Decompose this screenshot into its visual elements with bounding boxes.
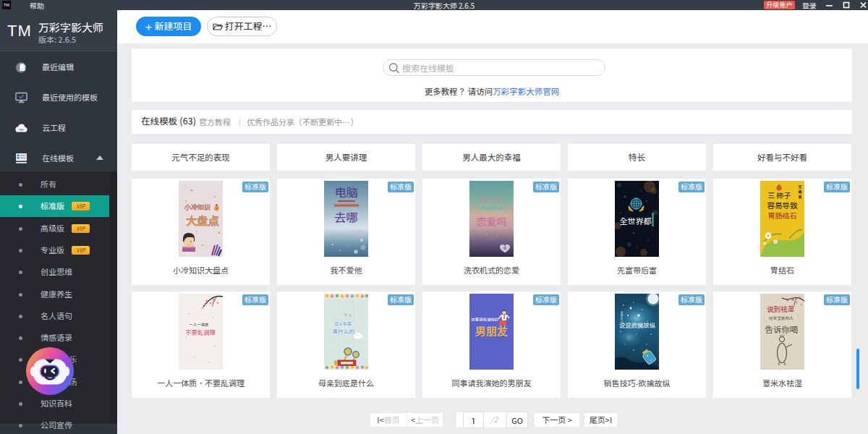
svg-text:大盘点: 大盘点 — [186, 214, 218, 227]
svg-text:容易导致: 容易导致 — [767, 201, 798, 210]
svg-text:去哪: 去哪 — [334, 210, 358, 224]
svg-text:同事请我演她的: 同事请我演她的 — [471, 317, 498, 322]
svg-text:胃肠结石: 胃肠结石 — [768, 211, 797, 220]
svg-text:洗衣机式的: 洗衣机式的 — [480, 205, 502, 210]
svg-text:番: 番 — [798, 195, 802, 200]
svg-text:说到祛湿: 说到祛湿 — [767, 305, 794, 313]
svg-text:不要乱调理: 不要乱调理 — [185, 329, 216, 336]
svg-text:销售技巧: 销售技巧 — [620, 311, 624, 323]
svg-text:经常艾灸的人: 经常艾灸的人 — [769, 316, 793, 320]
svg-text:是什么的: 是什么的 — [333, 328, 354, 335]
svg-text:三 柿子: 三 柿子 — [767, 191, 791, 200]
svg-text:母亲到底: 母亲到底 — [334, 321, 352, 326]
svg-text:一人一体质: 一人一体质 — [190, 323, 210, 327]
svg-text:男朋友: 男朋友 — [475, 325, 508, 338]
svg-text:告诉你喝: 告诉你喝 — [765, 325, 799, 334]
svg-text:全世界都: 全世界都 — [620, 216, 652, 226]
svg-text:说说欲擒故纵: 说说欲擒故纵 — [619, 322, 656, 329]
svg-text:恋爱吗: 恋爱吗 — [477, 216, 507, 228]
svg-text:宝: 宝 — [799, 184, 802, 189]
svg-text:小冷知识: 小冷知识 — [184, 203, 210, 211]
svg-text:电脑: 电脑 — [334, 185, 357, 199]
svg-text:藏: 藏 — [798, 190, 802, 194]
